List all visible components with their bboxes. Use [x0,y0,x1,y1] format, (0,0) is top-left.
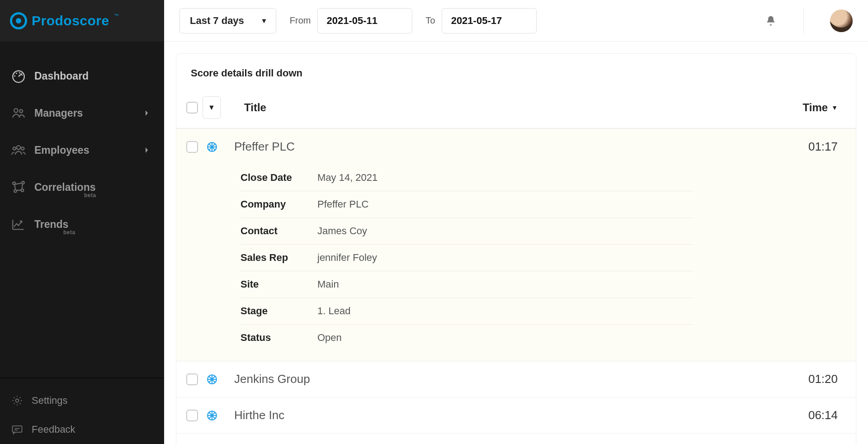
sidebar-item-trends[interactable]: Trends beta [0,206,164,243]
table-row[interactable]: BiteHut 08:45 [176,433,856,444]
row-title: Jenkins Group [234,372,310,386]
chevron-right-icon [144,109,150,117]
svg-point-6 [13,182,15,185]
sidebar-item-label: Dashboard [34,70,89,82]
users-group-icon [11,142,26,158]
table-row[interactable]: Jenkins Group 01:20 [176,361,856,397]
to-date-input[interactable] [442,8,537,33]
svg-point-10 [16,399,19,402]
chat-icon [11,423,24,436]
beta-tag: beta [84,192,96,198]
sidebar-item-label: Employees [34,144,89,156]
table-row[interactable]: Hirthe Inc 06:14 [176,397,856,433]
primary-nav: Dashboard Managers Employees Corre [0,42,164,378]
row-time: 06:14 [808,408,838,422]
detail-label: Sales Rep [241,252,317,264]
svg-point-2 [19,109,23,113]
detail-row: Close Date May 14, 2021 [241,165,693,191]
svg-point-0 [13,71,24,83]
column-title: Title [244,101,266,114]
gear-icon [11,394,24,407]
row-title: Hirthe Inc [234,408,284,422]
score-details-card: Score details drill down ▼ Title Time ▼ … [176,53,856,444]
detail-value: Main [317,279,339,290]
expand-all-button[interactable]: ▼ [203,96,221,119]
sidebar-footer: Settings Feedback [0,378,164,444]
detail-row: Company Pfeffer PLC [241,191,693,218]
detail-value: Pfeffer PLC [317,198,368,210]
row-checkbox[interactable] [186,141,198,153]
separator [803,7,804,34]
detail-label: Close Date [241,172,317,184]
brand-name: Prodoscore [32,13,109,28]
row-details: Close Date May 14, 2021Company Pfeffer P… [176,165,856,361]
brand-mark-icon [10,12,27,29]
sort-desc-icon: ▼ [831,104,838,111]
crm-record-icon [206,410,218,421]
row-time: 01:17 [808,140,838,154]
sidebar-item-dashboard[interactable]: Dashboard [0,57,164,94]
panel-title: Score details drill down [176,54,856,93]
svg-point-1 [14,109,18,113]
gauge-icon [11,68,26,84]
trend-up-icon [11,217,26,232]
row-checkbox[interactable] [186,373,198,385]
detail-row: Site Main [241,271,693,298]
detail-label: Status [241,332,317,344]
network-icon [11,179,26,195]
svg-point-5 [21,147,24,150]
column-time-label: Time [803,101,828,114]
sidebar-item-label: Feedback [32,424,75,435]
svg-point-7 [22,181,24,184]
column-time-sort[interactable]: Time ▼ [803,101,838,114]
from-label: From [290,15,311,26]
chevron-right-icon [144,146,150,154]
detail-label: Contact [241,225,317,237]
detail-row: Stage 1. Lead [241,298,693,325]
sidebar-item-correlations[interactable]: Correlations beta [0,169,164,206]
detail-row: Sales Rep jennifer Foley [241,245,693,271]
svg-point-8 [14,190,17,193]
select-all-checkbox[interactable] [186,102,198,113]
caret-down-icon: ▼ [208,104,215,112]
sidebar-item-feedback[interactable]: Feedback [0,415,164,444]
sidebar-item-label: Settings [32,395,68,406]
row-title: Pfeffer PLC [234,140,295,154]
detail-value: James Coy [317,225,367,237]
topbar: Last 7 days ▾ From To [164,0,868,42]
sidebar-item-settings[interactable]: Settings [0,386,164,415]
user-avatar[interactable] [830,9,853,32]
brand-logo: Prodoscore ™ [0,0,164,42]
beta-tag: beta [63,229,75,236]
svg-point-3 [17,146,21,150]
table-row[interactable]: Pfeffer PLC 01:17 [176,128,856,165]
detail-label: Site [241,279,317,290]
svg-rect-11 [13,426,22,432]
detail-label: Company [241,198,317,210]
svg-point-4 [13,147,16,150]
to-label: To [426,15,435,26]
sidebar-item-label: Managers [34,107,83,119]
to-date-group: To [426,8,537,33]
detail-label: Stage [241,305,317,317]
table-body: Pfeffer PLC 01:17Close Date May 14, 2021… [176,128,856,444]
row-checkbox[interactable] [186,410,198,421]
sidebar-item-label: Trends [34,218,68,231]
brand-tm: ™ [114,13,119,18]
date-range-select[interactable]: Last 7 days ▾ [179,8,276,33]
sidebar-item-label: Correlations [34,181,95,194]
table-header: ▼ Title Time ▼ [176,93,856,128]
bell-icon[interactable] [764,14,777,27]
from-date-input[interactable] [317,8,412,33]
detail-value: jennifer Foley [317,252,377,264]
users-pair-icon [11,105,26,121]
crm-record-icon [206,141,218,153]
from-date-group: From [290,8,412,33]
sidebar-item-managers[interactable]: Managers [0,94,164,132]
date-range-label: Last 7 days [190,15,244,27]
detail-row: Status Open [241,325,693,351]
chevron-down-icon: ▾ [262,16,266,25]
main: Last 7 days ▾ From To Score details dril… [164,0,868,444]
sidebar-item-employees[interactable]: Employees [0,132,164,169]
sidebar: Prodoscore ™ Dashboard Managers Employee… [0,0,164,444]
